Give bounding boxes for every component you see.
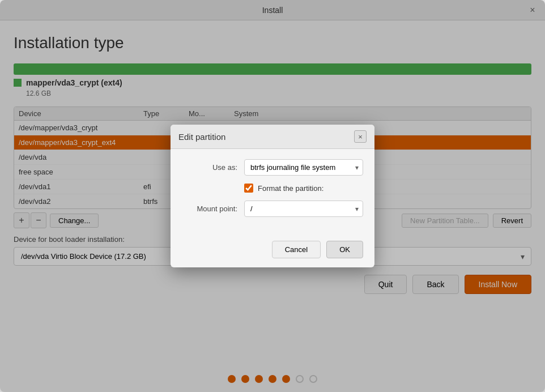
use-as-label: Use as: [182,163,244,172]
mount-point-label: Mount point: [182,204,244,213]
modal-title: Edit partition [178,132,225,142]
modal-overlay: Edit partition × Use as: btrfs journalin… [0,0,545,392]
cancel-button[interactable]: Cancel [272,241,321,258]
format-label[interactable]: Format the partition: [258,184,323,193]
mount-point-wrapper [244,201,363,217]
use-as-row: Use as: btrfs journaling file system Ext… [182,159,363,176]
use-as-select-wrapper: btrfs journaling file system Ext4 journa… [244,159,363,176]
modal-body: Use as: btrfs journaling file system Ext… [171,149,374,235]
format-row: Format the partition: [182,184,363,193]
main-window: Install × Installation type mapper/vda3_… [0,0,545,392]
modal-titlebar: Edit partition × [171,125,374,149]
mount-point-input[interactable] [244,201,363,217]
modal-footer: Cancel OK [171,235,374,267]
edit-partition-modal: Edit partition × Use as: btrfs journalin… [171,125,374,267]
modal-close-button[interactable]: × [354,130,367,143]
mount-point-row: Mount point: [182,201,363,217]
use-as-select[interactable]: btrfs journaling file system Ext4 journa… [244,159,363,176]
ok-button[interactable]: OK [326,241,363,258]
format-checkbox-wrapper: Format the partition: [244,184,323,193]
format-checkbox[interactable] [244,184,253,193]
